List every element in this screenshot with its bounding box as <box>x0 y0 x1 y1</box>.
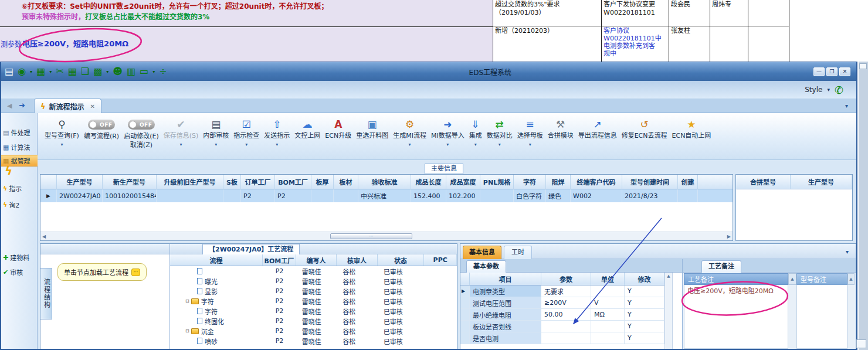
tree-column-header[interactable]: 流程 <box>170 254 263 266</box>
dropdown-caret-icon[interactable]: ▾ <box>152 69 155 74</box>
titlebar[interactable]: ▤◉▾▦▾✂▦❏▩▾☻▥▭▾÷ EDS工程系统 — ❐ ✕ <box>1 62 856 81</box>
ribbon-button[interactable]: ⇓集成▾ <box>467 115 484 148</box>
ribbon-button[interactable]: ▣重选开料图 <box>354 115 391 141</box>
row-selector[interactable] <box>460 332 470 344</box>
nav-forward-icon[interactable]: ➜ <box>19 101 25 110</box>
remark-scroll-track-right[interactable] <box>847 285 855 349</box>
chart-icon[interactable]: ▥ <box>127 67 135 76</box>
tree-node[interactable]: 显影 <box>170 286 263 296</box>
tree-node[interactable]: 字符 <box>170 306 263 316</box>
tree-row[interactable]: ⊟字符P2雷晓佳谷松已审核 <box>170 296 457 306</box>
grid-column-header[interactable]: 成品长度 <box>411 175 446 189</box>
tree-row[interactable]: 喷砂P2雷晓佳谷松已审核 <box>170 336 457 346</box>
grid-column-header[interactable]: 验收标准 <box>358 175 411 189</box>
grid-data-row[interactable]: ▶2W00247JA010010200154847P2P2中兴标准152.400… <box>40 189 733 202</box>
copy-icon[interactable]: ❏ <box>81 67 89 76</box>
row-selector[interactable]: ▶ <box>40 189 57 202</box>
horizontal-scrollbar[interactable]: ◀ ⋯ ▶ <box>40 232 733 240</box>
toggle-off-switch[interactable]: OFF <box>88 120 115 130</box>
ribbon-button[interactable]: ↺修复ECN丢流程 <box>619 115 670 141</box>
ribbon-button[interactable]: ✔保存信息(S)▾ <box>161 115 201 148</box>
param-scrollbar[interactable]: ▲ <box>664 273 673 349</box>
dropdown-caret-icon[interactable]: ▾ <box>106 69 108 74</box>
row-selector[interactable]: ▶ <box>460 286 470 297</box>
grid-column-header[interactable]: 板厚 <box>311 175 334 189</box>
grid-column-header[interactable]: 板材 <box>334 175 358 189</box>
grid-column-header[interactable]: PNL规格 <box>480 175 514 189</box>
phone-icon[interactable]: ✆ <box>835 84 843 96</box>
tab-list-caret-icon[interactable]: ▾ <box>845 103 848 109</box>
tree-node[interactable]: ⊟字符 <box>170 296 263 306</box>
tab-basic-params[interactable]: 基本参数 <box>466 260 506 273</box>
ribbon-button[interactable]: ★ECN自动上网 <box>670 115 714 141</box>
param-row[interactable]: 测试电压范围≥200VVY <box>460 297 664 309</box>
globe-icon[interactable]: ◉ <box>18 67 26 76</box>
dropdown-caret-icon[interactable]: ▾ <box>446 142 449 147</box>
ribbon-button[interactable]: ▤内部审核▾ <box>201 115 231 148</box>
tree-column-header[interactable]: 核审人 <box>337 254 378 266</box>
row-selector[interactable] <box>460 321 470 332</box>
style-selector[interactable]: Style <box>805 86 822 94</box>
grid-column-header[interactable]: 终端客户代码 <box>571 175 622 189</box>
tree-row[interactable]: ⊟沉金P2雷晓佳谷松已审核 <box>170 326 457 336</box>
dropdown-caret-icon[interactable]: ▾ <box>409 142 411 147</box>
row-selector[interactable] <box>460 297 470 308</box>
ribbon-button[interactable]: ⇄数据对比▾ <box>484 115 515 148</box>
dropdown-caret-icon[interactable]: ▾ <box>30 69 32 74</box>
dropdown-caret-icon[interactable]: ▾ <box>474 142 477 147</box>
collapse-icon[interactable]: ⊟ <box>185 298 189 304</box>
ribbon-button[interactable]: ☑指示检查▾ <box>231 115 262 148</box>
maximize-button[interactable]: ❐ <box>826 67 838 76</box>
collapse-icon[interactable]: ⊟ <box>185 328 189 334</box>
tab-new-process-instruction[interactable]: ϟ 新流程指示 ✕ <box>34 98 101 113</box>
param-value[interactable] <box>541 332 591 344</box>
tree-column-header[interactable]: 状态 <box>378 254 425 266</box>
grid-column-header[interactable]: 生产型号 <box>791 175 852 189</box>
grid-column-header[interactable]: 升级前旧生产型号 <box>157 175 223 189</box>
dropdown-caret-icon[interactable]: ▾ <box>276 142 278 147</box>
param-value[interactable]: ≥200V <box>541 297 591 308</box>
param-row[interactable]: 是否电测Y <box>460 332 664 344</box>
ribbon-button[interactable]: ↗导出流程信息 <box>576 115 619 141</box>
param-value[interactable]: 无要求 <box>541 286 591 297</box>
remark-scroll-track[interactable] <box>788 285 796 349</box>
ribbon-button[interactable]: ⇧发送指示▾ <box>262 115 292 148</box>
close-button[interactable]: ✕ <box>839 67 850 76</box>
scissors-icon[interactable]: ✂ <box>56 67 63 76</box>
tree-node[interactable]: 喷砂 <box>170 336 263 346</box>
grid-column-header[interactable]: 字符 <box>514 175 546 189</box>
param-column-header[interactable]: 参数 <box>541 273 591 285</box>
grid-icon[interactable]: ▦ <box>68 67 77 76</box>
corner-scroll-widget[interactable] <box>856 339 866 348</box>
ribbon-button[interactable]: OFF编写流程(R) <box>82 115 121 142</box>
sidebar-item[interactable]: ✔审核 <box>1 266 38 278</box>
grid-column-header[interactable]: 合拼型号 <box>736 175 791 189</box>
minimize-button[interactable]: — <box>813 67 825 76</box>
grid-column-header[interactable]: 成品宽度 <box>446 175 480 189</box>
grid-column-header[interactable]: 阻焊 <box>546 175 571 189</box>
tab-work-hours[interactable]: 工时 <box>504 246 532 259</box>
param-value[interactable] <box>541 321 591 332</box>
apps-icon[interactable]: ▩ <box>93 67 102 76</box>
ribbon-button[interactable]: ⚙生成MI流程▾ <box>391 115 429 148</box>
row-selector[interactable] <box>460 309 470 320</box>
tree-row[interactable]: P2雷晓佳谷松已审核 <box>170 266 457 276</box>
ribbon-button[interactable]: OFF启动修改(E)取消(Z) <box>121 115 161 151</box>
ribbon-button[interactable]: AECN升级 <box>323 115 354 141</box>
param-value[interactable]: 50.00 <box>541 309 591 320</box>
param-column-header[interactable]: 项目 <box>470 273 541 285</box>
tree-node[interactable]: ⊟沉金 <box>170 326 263 336</box>
sidebar-item[interactable]: ϟ询2 <box>1 199 38 210</box>
process-remark-content[interactable]: 电压≥200V，短路电阻20MΩ <box>684 285 788 349</box>
tree-column-header[interactable]: 编写人 <box>296 254 337 266</box>
tree-row[interactable]: 显影P2雷晓佳谷松已审核 <box>170 286 457 296</box>
sidebar-item[interactable]: ▦计算法 <box>1 141 38 153</box>
dropdown-caret-icon[interactable]: ▾ <box>215 142 217 147</box>
dropdown-caret-icon[interactable]: ▾ <box>49 69 52 74</box>
tree-node[interactable] <box>170 266 263 276</box>
tree-row[interactable]: 字符P2雷晓佳谷松已审核 <box>170 306 457 316</box>
scroll-left-icon[interactable]: ◀ <box>42 234 46 239</box>
dropdown-caret-icon[interactable]: ▾ <box>60 142 63 147</box>
ribbon-button[interactable]: ☁文控上网 <box>292 115 323 141</box>
grid-column-header[interactable]: 新生产型号 <box>103 175 157 189</box>
